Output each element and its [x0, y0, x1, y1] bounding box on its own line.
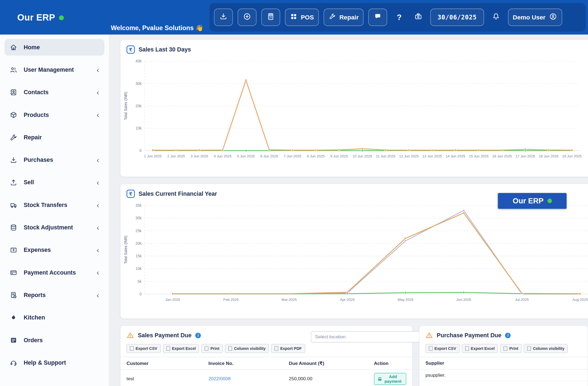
sidebar-item-repair[interactable]: Repair [4, 129, 104, 146]
sidebar-item-products[interactable]: Products [4, 107, 104, 123]
document-icon [275, 346, 278, 351]
column-header[interactable]: Supplier [419, 357, 587, 369]
kitchen-icon [10, 314, 17, 321]
contacts-icon [10, 89, 17, 96]
svg-text:14 Jun 2025: 14 Jun 2025 [446, 154, 465, 158]
column-header[interactable]: Action [368, 357, 412, 370]
sidebar-item-payment-accounts[interactable]: Payment Accounts [4, 264, 104, 281]
svg-text:12 Jun 2025: 12 Jun 2025 [399, 154, 419, 158]
add-payment-label: Add payment [384, 375, 402, 384]
svg-text:20k: 20k [136, 104, 142, 108]
chevron-icon [97, 111, 99, 119]
download-button[interactable] [214, 9, 233, 26]
print-button[interactable]: Print [201, 344, 223, 353]
help-button[interactable] [392, 9, 406, 26]
sidebar-item-contacts[interactable]: Contacts [4, 84, 104, 100]
sidebar-item-label: Sell [24, 179, 34, 186]
add-payment-button[interactable]: Add payment [374, 373, 406, 385]
sidebar-item-help-support[interactable]: Help & Support [4, 355, 104, 371]
svg-text:10 Jun 2025: 10 Jun 2025 [353, 154, 372, 158]
sales-last-30-days-chart: 010k20k30k40k1 Jun 20252 Jun 20253 Jun 2… [122, 55, 588, 167]
sidebar: HomeUser ManagementContactsProductsRepai… [0, 34, 109, 386]
main-content: Sales Last 30 Days 010k20k30k40k1 Jun 20… [109, 34, 588, 386]
svg-text:13 Jun 2025: 13 Jun 2025 [422, 154, 442, 158]
sales-chart-icon [126, 190, 135, 198]
print-button[interactable]: Print [500, 344, 522, 353]
svg-text:Jun-2025: Jun-2025 [456, 298, 471, 302]
column-header[interactable]: Invoice No. [202, 357, 283, 370]
sidebar-item-label: User Management [24, 67, 74, 73]
add-button[interactable] [238, 9, 256, 26]
document-icon [205, 346, 209, 351]
document-icon [228, 346, 232, 351]
messages-button[interactable] [368, 9, 387, 26]
stock-adjustment-icon [10, 224, 17, 231]
svg-text:9 Jun 2025: 9 Jun 2025 [330, 154, 348, 158]
sidebar-item-purchases[interactable]: Purchases [4, 152, 104, 168]
date-display[interactable]: 30/06/2025 [430, 9, 484, 26]
column-header[interactable]: Customer [120, 357, 202, 370]
export-button-label: Column visibility [234, 346, 266, 351]
info-icon[interactable] [505, 333, 511, 338]
card-header: Sales Last 30 Days [120, 40, 588, 55]
export-excel-button[interactable]: Export Excel [163, 344, 199, 353]
cell-customer: test [120, 370, 202, 386]
svg-text:Total Sales (INR): Total Sales (INR) [124, 235, 128, 264]
export-button-label: Export PDF [280, 346, 302, 351]
sidebar-item-kitchen[interactable]: Kitchen [4, 309, 104, 326]
info-icon[interactable] [195, 333, 201, 338]
svg-text:15 Jun 2025: 15 Jun 2025 [469, 154, 489, 158]
sales-last-30-days-card: Sales Last 30 Days 010k20k30k40k1 Jun 20… [120, 39, 588, 177]
payment-card-icon [378, 377, 382, 381]
export-csv-button[interactable]: Export CSV [425, 344, 459, 353]
column-header[interactable]: Due Amount (₹) [283, 357, 368, 370]
chevron-icon [97, 246, 99, 254]
chevron-icon [97, 224, 99, 231]
cash-register-button[interactable] [411, 9, 425, 26]
welcome-text: Welcome, Pvalue Solutions 👋 [111, 24, 203, 32]
app-logo[interactable]: Our ERP [17, 12, 64, 23]
bell-icon [492, 12, 500, 22]
svg-text:16 Jun 2025: 16 Jun 2025 [492, 154, 512, 158]
svg-text:30k: 30k [136, 82, 142, 86]
repair-button[interactable]: Repair [324, 9, 364, 26]
sidebar-item-stock-transfers[interactable]: Stock Transfers [4, 197, 104, 213]
sidebar-item-stock-adjustment[interactable]: Stock Adjustment [4, 219, 104, 236]
sidebar-item-reports[interactable]: Reports [4, 287, 104, 303]
svg-text:18 Jun 2025: 18 Jun 2025 [539, 154, 558, 158]
column-visibility-button[interactable]: Column visibility [524, 344, 568, 353]
document-icon [527, 346, 531, 351]
notifications-button[interactable] [489, 9, 503, 26]
column-visibility-button[interactable]: Column visibility [225, 344, 269, 353]
user-menu-button[interactable]: Demo User [508, 9, 562, 26]
export-pdf-button[interactable]: Export PDF [271, 344, 305, 353]
svg-text:30k: 30k [136, 216, 142, 220]
user-menu-label: Demo User [513, 14, 546, 21]
chevron-icon [97, 156, 99, 164]
pos-button-label: POS [301, 14, 314, 21]
sidebar-item-sell[interactable]: Sell [4, 174, 104, 191]
sidebar-item-orders[interactable]: Orders [4, 332, 104, 348]
card-title: Sales Current Financial Year [139, 190, 217, 197]
sidebar-item-expenses[interactable]: $Expenses [4, 242, 104, 258]
pos-button[interactable]: POS [285, 9, 319, 26]
chevron-icon [97, 66, 99, 73]
chevron-icon [97, 291, 99, 299]
sales-payment-due-table: CustomerInvoice No.Due Amount (₹)Actiont… [120, 357, 412, 386]
calculator-button[interactable] [261, 9, 280, 26]
bottom-cards-row: Sales Payment Due Select location Export… [120, 325, 588, 386]
invoice-link[interactable]: 2022/0008 [208, 376, 230, 381]
svg-text:5k: 5k [138, 280, 142, 284]
export-excel-button[interactable]: Export Excel [462, 344, 498, 353]
header-actions-panel: POS Repair 30/06/2025 Demo User [209, 3, 586, 31]
payment-accounts-icon [10, 269, 17, 276]
user-circle-icon [549, 12, 557, 22]
export-csv-button[interactable]: Export CSV [126, 344, 160, 353]
home-icon [10, 44, 17, 51]
sidebar-item-home[interactable]: Home [4, 39, 104, 56]
plus-circle-icon [243, 12, 251, 22]
wrench-icon [328, 13, 336, 22]
chevron-icon [97, 201, 99, 209]
chevron-icon [97, 269, 99, 276]
sidebar-item-user-management[interactable]: User Management [4, 62, 104, 78]
